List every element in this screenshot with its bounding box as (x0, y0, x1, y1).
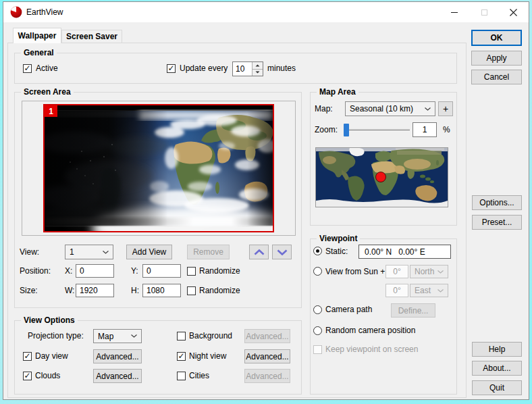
map-area-group-title: Map Area (317, 87, 358, 97)
random-camera-radio[interactable] (313, 326, 322, 335)
view-select[interactable]: 1 (65, 245, 113, 259)
earthview-window: EarthView Wallpaper Screen Saver General… (3, 1, 529, 400)
view-from-sun-label[interactable]: View from Sun + (325, 267, 385, 277)
cities-label[interactable]: Cities (189, 371, 209, 381)
camera-path-radio[interactable] (313, 305, 322, 314)
active-label[interactable]: Active (36, 64, 58, 74)
general-group-title: General (21, 48, 57, 58)
spin-down-button[interactable] (252, 69, 263, 76)
chevron-down-icon (425, 107, 431, 111)
cities-checkbox[interactable] (177, 372, 186, 380)
clouds-checkbox[interactable]: ✓ (23, 372, 32, 380)
sun-lat-offset-input (385, 265, 408, 278)
x-input[interactable] (76, 264, 114, 278)
night-view-advanced-label: Advanced... (246, 352, 288, 361)
chevron-down-icon (437, 270, 444, 274)
check-icon: ✓ (24, 372, 30, 380)
size-randomize-checkbox[interactable] (187, 286, 196, 295)
preset-label: Preset... (482, 218, 512, 227)
y-input[interactable] (142, 264, 181, 278)
titlebar[interactable]: EarthView (3, 2, 529, 22)
quit-button[interactable]: Quit (472, 380, 522, 395)
ok-button[interactable]: OK (471, 30, 522, 46)
static-radio[interactable] (313, 247, 322, 255)
zoom-label: Zoom: (315, 125, 338, 135)
viewpoint-marker-icon[interactable] (376, 172, 386, 182)
about-button[interactable]: About... (472, 361, 522, 376)
plus-icon: + (443, 103, 448, 114)
position-label: Position: (20, 266, 51, 276)
interval-spinner[interactable]: 10 (232, 61, 263, 76)
night-view-advanced-button[interactable]: Advanced... (244, 349, 290, 363)
camera-path-label[interactable]: Camera path (325, 305, 372, 315)
wallpaper-preview[interactable]: 1 (43, 104, 274, 232)
zoom-slider[interactable] (344, 129, 410, 132)
interval-value[interactable]: 10 (233, 62, 252, 76)
minimize-icon (451, 12, 458, 13)
day-view-label[interactable]: Day view (35, 351, 68, 361)
clouds-advanced-button[interactable]: Advanced... (93, 369, 142, 383)
options-button[interactable]: Options... (472, 195, 522, 210)
position-randomize-checkbox[interactable] (187, 267, 196, 276)
random-camera-label[interactable]: Random camera position (325, 326, 415, 336)
static-label[interactable]: Static: (325, 247, 348, 257)
update-every-checkbox[interactable]: ✓ (167, 64, 176, 73)
viewpoint-map[interactable] (315, 147, 448, 207)
day-view-advanced-button[interactable]: Advanced... (93, 349, 142, 363)
active-checkbox[interactable]: ✓ (23, 64, 32, 73)
help-button[interactable]: Help (472, 342, 522, 357)
keep-viewpoint-checkbox (313, 345, 322, 354)
define-path-label: Define... (398, 306, 429, 315)
size-randomize-label[interactable]: Randomize (199, 286, 240, 296)
view-number-badge: 1 (45, 105, 57, 117)
about-label: About... (483, 363, 510, 373)
background-checkbox[interactable] (177, 332, 186, 340)
update-every-label[interactable]: Update every (180, 64, 228, 74)
static-coords-input[interactable] (358, 245, 451, 259)
keep-viewpoint-label: Keep viewpoint on screen (325, 345, 418, 355)
projection-select[interactable]: Map (93, 329, 142, 343)
add-view-button[interactable]: Add View (126, 245, 172, 259)
close-icon (510, 9, 517, 16)
add-map-button[interactable]: + (438, 101, 453, 116)
zoom-slider-thumb[interactable] (344, 124, 349, 136)
tab-screensaver[interactable]: Screen Saver (61, 30, 122, 43)
map-select[interactable]: Seasonal (10 km) (345, 101, 435, 116)
check-icon: ✓ (178, 353, 184, 360)
apply-button[interactable]: Apply (471, 51, 522, 66)
h-label: H: (131, 286, 139, 296)
zoom-input[interactable] (413, 122, 437, 137)
night-view-checkbox[interactable]: ✓ (177, 352, 186, 361)
width-input[interactable] (76, 284, 114, 297)
quit-label: Quit (489, 383, 504, 393)
background-advanced-label: Advanced... (246, 332, 288, 341)
check-icon: ✓ (167, 65, 174, 72)
view-select-value: 1 (70, 247, 74, 257)
close-button[interactable] (498, 2, 529, 22)
background-label[interactable]: Background (189, 331, 232, 341)
cancel-button[interactable]: Cancel (471, 70, 522, 84)
height-input[interactable] (142, 284, 181, 297)
clouds-label[interactable]: Clouds (35, 371, 60, 381)
size-label: Size: (20, 286, 38, 296)
window-title: EarthView (26, 7, 63, 17)
background-advanced-button: Advanced... (244, 329, 290, 343)
chevron-down-icon (103, 251, 109, 254)
preset-button[interactable]: Preset... (472, 215, 522, 230)
minimize-button[interactable] (439, 2, 469, 22)
screen-area-group-title: Screen Area (21, 87, 74, 97)
spin-up-button[interactable] (252, 62, 263, 69)
remove-view-button: Remove (187, 245, 230, 259)
tab-wallpaper[interactable]: Wallpaper (13, 28, 61, 43)
move-view-down-button[interactable] (272, 245, 292, 259)
view-from-sun-radio[interactable] (313, 267, 322, 276)
sun-lon-offset-input (385, 284, 408, 297)
position-randomize-label[interactable]: Randomize (199, 266, 240, 276)
move-view-up-button[interactable] (249, 245, 269, 259)
day-view-checkbox[interactable]: ✓ (23, 352, 32, 361)
cities-advanced-button: Advanced... (244, 369, 290, 383)
night-view-label[interactable]: Night view (189, 351, 226, 361)
interval-unit-label: minutes (267, 64, 296, 74)
projection-type-label: Projection type: (28, 331, 84, 341)
world-map-image (316, 148, 448, 207)
